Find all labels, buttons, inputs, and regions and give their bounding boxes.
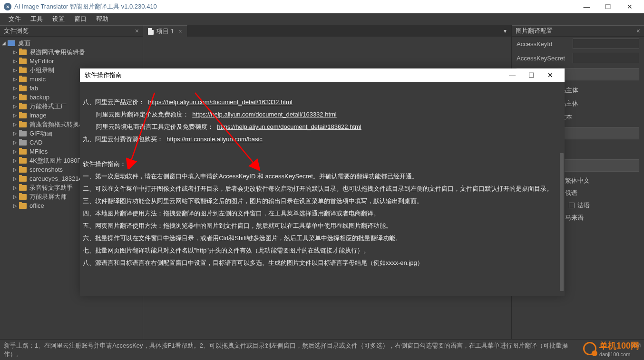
lang-checkbox-2-1[interactable]: 法语 bbox=[569, 201, 590, 210]
lang-label: 俄语 bbox=[565, 189, 577, 197]
config-title: 图片翻译配置 bbox=[516, 27, 553, 35]
guide-5: 五、网页图片翻译使用方法：拖拽浏览器中的图片到文件窗口，然后就可以在工具菜单中使… bbox=[83, 220, 564, 232]
sec8-link[interactable]: https://help.aliyun.com/document_detail/… bbox=[148, 98, 293, 106]
folder-icon bbox=[19, 140, 27, 146]
guide-title: 软件操作指南 bbox=[85, 71, 122, 79]
folder-icon bbox=[19, 95, 27, 100]
close-button[interactable]: ✕ bbox=[619, 0, 640, 13]
expand-icon[interactable]: ▷ bbox=[13, 49, 19, 55]
expand-icon[interactable]: ▷ bbox=[13, 158, 19, 163]
expand-icon[interactable]: ▷ bbox=[13, 113, 19, 118]
expand-icon[interactable]: ▷ bbox=[13, 149, 19, 154]
minimize-button[interactable]: — bbox=[576, 0, 597, 13]
lang-label: 法语 bbox=[577, 201, 590, 210]
expand-icon[interactable]: ▷ bbox=[13, 86, 19, 91]
folder-icon bbox=[19, 122, 27, 127]
folder-icon bbox=[19, 203, 27, 209]
expand-icon[interactable]: ▷ bbox=[13, 122, 19, 127]
watermark-url: danji100.com bbox=[599, 351, 639, 357]
menu-help[interactable]: 帮助 bbox=[91, 15, 113, 23]
guide-close-button[interactable]: ✕ bbox=[541, 68, 560, 82]
menu-window[interactable]: 窗口 bbox=[69, 15, 91, 23]
menu-file[interactable]: 文件 bbox=[4, 15, 26, 23]
expand-icon[interactable]: ▷ bbox=[13, 194, 19, 199]
tree-item-label: 万能录屏大师 bbox=[29, 193, 67, 201]
titlebar: ✕ AI Image Translator 智能图片翻译工具 v1.0.230.… bbox=[0, 0, 644, 13]
checkbox-icon[interactable] bbox=[569, 203, 575, 208]
panel-close-icon[interactable]: × bbox=[135, 27, 139, 35]
expand-icon[interactable]: ▷ bbox=[13, 176, 19, 181]
watermark-title: 单机100网 bbox=[599, 340, 639, 351]
menu-tools[interactable]: 工具 bbox=[26, 15, 48, 23]
tree-item-label: 万能格式工厂 bbox=[29, 102, 67, 111]
sec9-link[interactable]: https://mt.console.aliyun.com/basic bbox=[166, 136, 263, 143]
app-title: AI Image Translator 智能图片翻译工具 v1.0.230.41… bbox=[14, 2, 157, 11]
document-icon bbox=[148, 28, 154, 35]
expand-icon[interactable]: ▷ bbox=[13, 140, 19, 145]
folder-icon bbox=[19, 104, 27, 109]
tree-item-label: image bbox=[29, 112, 46, 119]
file-browser-header: 文件浏览 × bbox=[0, 25, 143, 37]
expand-icon[interactable]: ◢ bbox=[2, 40, 8, 46]
folder-icon bbox=[19, 49, 27, 55]
folder-icon bbox=[19, 185, 27, 191]
guide-titlebar: 软件操作指南 — ☐ ✕ bbox=[80, 68, 565, 82]
lang-label: 马来语 bbox=[565, 214, 584, 222]
expand-icon[interactable]: ▷ bbox=[13, 203, 19, 208]
tree-item-label: office bbox=[29, 202, 44, 209]
expand-icon[interactable]: ▷ bbox=[13, 58, 19, 64]
line8c-label: 阿里云跨境电商语言工具定价及免费额度： bbox=[96, 123, 214, 130]
guide-scrollbar[interactable] bbox=[559, 82, 565, 296]
maximize-button[interactable]: ☐ bbox=[597, 0, 619, 13]
tree-item-0[interactable]: ▷易游网讯专用编辑器 bbox=[0, 48, 143, 57]
guide-maximize-button[interactable]: ☐ bbox=[522, 68, 541, 82]
lang-label: 繁体中文 bbox=[565, 176, 590, 185]
folder-icon bbox=[19, 58, 27, 64]
access-key-id-input[interactable] bbox=[573, 39, 639, 49]
tab-dropdown-icon[interactable]: ▼ bbox=[499, 29, 511, 34]
tree-item-label: 小组录制 bbox=[29, 66, 54, 75]
folder-icon bbox=[19, 86, 27, 91]
expand-icon[interactable]: ▷ bbox=[13, 77, 19, 82]
config-close-icon[interactable]: × bbox=[636, 27, 640, 35]
access-key-secret-label: AccessKeySecret bbox=[517, 55, 569, 62]
tree-item-label: MyEditor bbox=[29, 58, 54, 65]
folder-icon bbox=[19, 176, 27, 182]
config-header: 图片翻译配置 × bbox=[512, 25, 644, 37]
guide-minimize-button[interactable]: — bbox=[503, 68, 522, 82]
guide-3: 三、软件翻译图片功能会从阿里云网站下载翻译之后的图片，图片的输出目录在设置菜单的… bbox=[83, 195, 564, 207]
tree-item-label: MFiles bbox=[29, 148, 48, 155]
line8c-link[interactable]: https://help.aliyun.com/document_detail/… bbox=[217, 123, 361, 130]
expand-icon[interactable]: ▷ bbox=[13, 68, 19, 73]
scroll-thumb[interactable] bbox=[560, 153, 564, 291]
access-key-secret-input[interactable] bbox=[573, 53, 639, 63]
menu-settings[interactable]: 设置 bbox=[48, 15, 69, 23]
guide-7: 七、批量网页图片翻译功能只对文件名以"http"开头的文件有效（此功能需要图片的… bbox=[83, 244, 564, 257]
tab-close-icon[interactable]: × bbox=[179, 28, 182, 35]
tree-item-label: 易游网讯专用编辑器 bbox=[29, 48, 85, 57]
app-icon: ✕ bbox=[4, 3, 11, 10]
tree-root-desktop[interactable]: ◢ 桌面 bbox=[0, 39, 143, 48]
tab-bar: 项目 1 × ▼ bbox=[143, 25, 511, 37]
expand-icon[interactable]: ▷ bbox=[13, 104, 19, 109]
guide-6: 六、批量操作可以在文件窗口中选择目录，或者用Ctrl和Shift键多选图片，然后… bbox=[83, 232, 564, 244]
tree-item-label: GIF动画 bbox=[29, 129, 52, 138]
tree-item-label: fab bbox=[29, 85, 38, 92]
line8b-link[interactable]: https://help.aliyun.com/document_detail/… bbox=[192, 111, 337, 118]
expand-icon[interactable]: ▷ bbox=[13, 167, 19, 172]
tree-item-label: 录音转文字助手 bbox=[29, 184, 73, 192]
expand-icon[interactable]: ▷ bbox=[13, 131, 19, 136]
line8b-label: 阿里云图片翻译定价及免费额度： bbox=[96, 111, 189, 118]
tab-project-1[interactable]: 项目 1 × bbox=[143, 25, 187, 37]
tree-item-label: 简鹿音频格式转换器 bbox=[29, 120, 85, 129]
expand-icon[interactable]: ▷ bbox=[13, 185, 19, 190]
tree-item-1[interactable]: ▷MyEditor bbox=[0, 57, 143, 66]
tree-item-label: screenshots bbox=[29, 166, 63, 173]
expand-icon[interactable]: ▷ bbox=[13, 95, 19, 100]
guide-body[interactable]: 八、阿里云产品定价： https://help.aliyun.com/docum… bbox=[80, 82, 565, 296]
statusbar: 新手上路：1、在阿里云注册账号并申请AccessKey，具体按F1看帮助。2、可… bbox=[0, 339, 644, 360]
guide-1: 一、第一次启动软件，请在右侧窗口中填入申请的AccessKeyID 和 acce… bbox=[83, 170, 564, 183]
guide-8: 八、源语言和目标语言在右侧配置窗口中设置，目标语言可以多选。生成的图片文件以目标… bbox=[83, 257, 564, 269]
folder-icon bbox=[19, 68, 27, 73]
tree-item-label: music bbox=[29, 76, 46, 83]
